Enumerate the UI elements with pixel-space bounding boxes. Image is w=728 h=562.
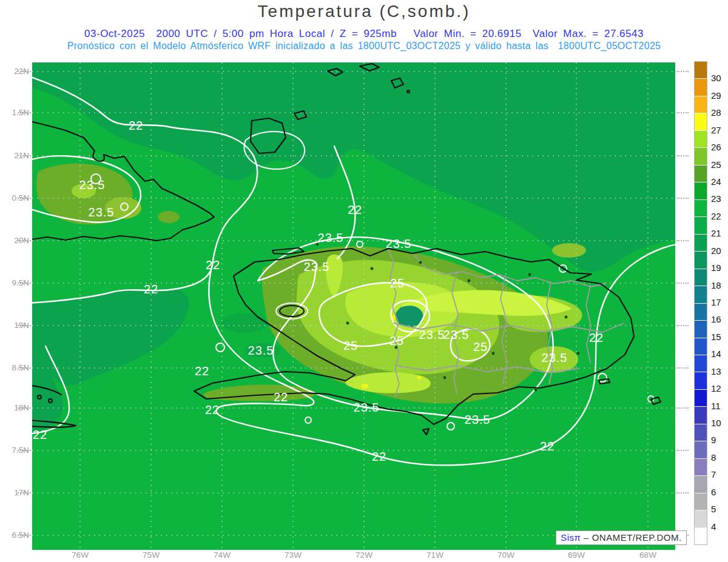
contour-label: 23.5	[248, 344, 274, 357]
lat-tick-dots	[18, 492, 31, 493]
contour-label: 25	[473, 340, 488, 353]
colorbar-segment	[695, 286, 707, 303]
lat-tick-dots	[18, 535, 31, 536]
colorbar-tick-label: 10	[711, 418, 728, 428]
colorbar-tick-label: 30	[711, 73, 728, 83]
colorbar-segment	[695, 113, 707, 130]
lat-tick-dots-right	[676, 367, 689, 369]
colorbar-segment	[695, 269, 707, 286]
colorbar-segment	[695, 493, 707, 510]
colorbar-tick-label: 24	[711, 176, 728, 187]
lat-tick-dots	[18, 198, 31, 199]
colorbar-tick-label: 27	[711, 125, 728, 135]
contour-label: 22	[540, 440, 554, 453]
colorbar-segment	[695, 372, 707, 389]
colorbar-segment	[695, 424, 707, 441]
contour-label: 23.5	[542, 351, 568, 364]
colorbar-segment	[695, 96, 707, 113]
subtitle-datetime-minmax: 03-Oct-2025 2000 UTC / 5:00 pm Hora Loca…	[0, 28, 728, 40]
colorbar-tick-label: 21	[711, 228, 728, 238]
lon-tick-label: 69W	[564, 550, 588, 560]
lat-tick-dots-right	[676, 240, 689, 241]
colorbar-tick-label: 12	[711, 383, 728, 393]
map-canvas: 2223.523.52223.523.523.522222523.523.525…	[32, 62, 675, 550]
colorbar-segment	[695, 459, 707, 476]
colorbar-segment	[695, 252, 707, 269]
colorbar-segment	[695, 476, 707, 493]
colorbar-tick-label: 4	[711, 521, 728, 532]
colorbar-segment	[695, 355, 707, 372]
lon-tick-label: 71W	[423, 550, 447, 560]
colorbar-segment	[695, 528, 707, 544]
contour-label: 25	[390, 276, 405, 290]
lat-tick-dots-right	[676, 492, 689, 493]
lon-tick-label: 76W	[68, 550, 92, 560]
attribution-stamp: Sisπ – ONAMET/REP.DOM.	[556, 530, 687, 545]
lat-tick-dots	[18, 367, 31, 369]
colorbar-tick-label: 25	[711, 159, 728, 170]
colorbar-segment	[695, 304, 707, 321]
contour-label: 23.5	[386, 237, 412, 250]
colorbar-segment	[695, 79, 707, 96]
colorbar-tick-label: 6	[711, 487, 728, 497]
subtitle-model-info: Pronóstico con el Modelo Atmósferico WRF…	[0, 41, 728, 52]
lon-tick-label: 74W	[210, 550, 234, 560]
colorbar-tick-label: 20	[711, 246, 728, 256]
colorbar-segment	[695, 407, 707, 424]
contour-label: 23.5	[79, 178, 106, 192]
weather-map-page: Temperatura (C,somb.) 03-Oct-2025 2000 U…	[0, 0, 728, 562]
lat-tick-dots-right	[676, 283, 689, 284]
colorbar-tick-label: 7	[711, 469, 728, 480]
colorbar-tick-label: 23	[711, 193, 728, 204]
lat-tick-dots-right	[676, 198, 689, 199]
page-title: Temperatura (C,somb.)	[0, 2, 728, 21]
attribution-brand: Sisπ	[561, 532, 581, 543]
lat-tick-dots-right	[676, 112, 689, 113]
colorbar-segment	[695, 510, 707, 527]
contour-label: 23.5	[419, 328, 445, 341]
contour-label: 22	[129, 119, 143, 132]
lat-tick-dots	[18, 283, 31, 284]
contour-label: 22	[372, 450, 386, 463]
lon-tick-label: 70W	[494, 550, 518, 560]
lon-tick-label: 75W	[139, 550, 163, 560]
colorbar-tick-label: 14	[711, 349, 728, 359]
contour-label: 22	[589, 331, 604, 344]
colorbar-tick-label: 29	[711, 90, 728, 101]
colorbar-segment	[695, 166, 707, 182]
colorbar-tick-label: 18	[711, 280, 728, 290]
colorbar	[694, 61, 707, 545]
contour-label: 22	[274, 390, 288, 404]
contour-label: 25	[389, 334, 404, 347]
contour-label: 23.5	[89, 206, 115, 219]
colorbar-tick-label: 16	[711, 314, 728, 324]
lat-tick-dots	[18, 71, 31, 72]
colorbar-tick-label: 15	[711, 332, 728, 342]
colorbar-tick-label: 8	[711, 452, 728, 463]
contour-label: 22	[205, 403, 220, 416]
colorbar-segment	[695, 62, 707, 79]
contour-label: 23.5	[465, 413, 491, 426]
contour-label: 23.5	[318, 231, 344, 244]
colorbar-tick-label: 22	[711, 211, 728, 221]
contour-label: 22	[206, 258, 220, 272]
lon-tick-label: 73W	[281, 550, 305, 560]
temperature-shading	[32, 62, 675, 550]
lat-tick-dots-right	[676, 450, 689, 451]
lat-tick-dots	[18, 155, 31, 156]
colorbar-tick-label: 9	[711, 435, 728, 445]
contour-label: 22	[144, 283, 158, 296]
contour-label: 22	[33, 428, 47, 441]
colorbar-tick-label: 28	[711, 107, 728, 118]
lat-tick-dots	[18, 407, 31, 409]
contour-label: 25	[343, 339, 358, 352]
contour-label: 23.5	[354, 401, 380, 414]
colorbar-tick-label: 13	[711, 366, 728, 376]
contour-label: 22	[195, 364, 209, 378]
lat-tick-dots	[18, 240, 31, 241]
lon-tick-label: 72W	[352, 550, 376, 560]
lon-tick-label: 68W	[636, 550, 660, 560]
colorbar-tick-label: 19	[711, 263, 728, 273]
contour-label: 23.5	[443, 328, 470, 341]
colorbar-segment	[695, 182, 707, 199]
